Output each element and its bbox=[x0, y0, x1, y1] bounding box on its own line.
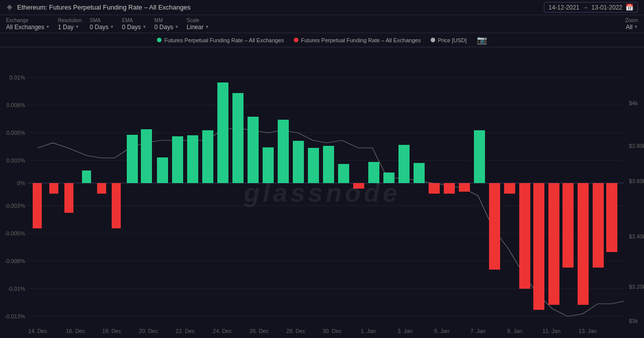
svg-rect-49 bbox=[353, 183, 364, 189]
svg-text:0%: 0% bbox=[17, 180, 25, 186]
svg-rect-50 bbox=[368, 162, 379, 183]
sma-control: SMA 0 Days ▼ bbox=[90, 18, 114, 31]
svg-text:28. Dec: 28. Dec bbox=[286, 328, 305, 334]
svg-rect-32 bbox=[97, 183, 106, 194]
legend-item-red: Futures Perpetual Funding Rate – All Exc… bbox=[294, 37, 421, 43]
exchange-chevron: ▼ bbox=[46, 25, 50, 29]
svg-text:14. Dec: 14. Dec bbox=[28, 328, 47, 334]
svg-rect-38 bbox=[187, 135, 198, 183]
legend-label-price: Price [USD] bbox=[438, 37, 466, 43]
svg-text:$3.20k: $3.20k bbox=[629, 284, 644, 290]
svg-text:7. Jan: 7. Jan bbox=[470, 328, 486, 334]
svg-text:1. Jan: 1. Jan bbox=[361, 328, 376, 334]
exchange-select[interactable]: All Exchanges ▼ bbox=[6, 24, 50, 31]
eth-logo bbox=[6, 4, 13, 11]
ema-select[interactable]: 0 Days ▼ bbox=[122, 24, 146, 31]
svg-rect-41 bbox=[232, 93, 244, 183]
svg-rect-58 bbox=[489, 183, 500, 270]
svg-text:3. Jan: 3. Jan bbox=[397, 328, 413, 334]
zoom-select[interactable]: All ▼ bbox=[626, 24, 638, 31]
date-range[interactable]: 14-12-2021 → 13-01-2022 📅 bbox=[544, 2, 638, 13]
mm-control: MM 0 Days ▼ bbox=[154, 18, 179, 31]
title-row: Ethereum: Futures Perpetual Funding Rate… bbox=[6, 4, 191, 11]
zoom-label: Zoom bbox=[625, 18, 638, 23]
svg-text:11. Jan: 11. Jan bbox=[542, 328, 560, 334]
svg-rect-43 bbox=[263, 147, 274, 183]
sma-select[interactable]: 0 Days ▼ bbox=[90, 24, 114, 31]
svg-rect-39 bbox=[202, 130, 213, 183]
svg-text:-0.013%: -0.013% bbox=[5, 313, 25, 319]
ema-chevron: ▼ bbox=[142, 25, 146, 29]
svg-text:$3k: $3k bbox=[629, 318, 638, 324]
svg-rect-57 bbox=[474, 130, 485, 183]
svg-rect-28 bbox=[33, 183, 42, 228]
svg-rect-66 bbox=[606, 183, 617, 252]
legend-dot-price bbox=[431, 38, 435, 42]
scale-label: Scale bbox=[187, 18, 209, 23]
camera-icon[interactable]: 📷 bbox=[477, 35, 487, 45]
ema-control: EMA 0 Days ▼ bbox=[122, 18, 146, 31]
legend-dot-red bbox=[294, 38, 298, 42]
scale-select[interactable]: Linear ▼ bbox=[187, 24, 209, 31]
header-bar: Ethereum: Futures Perpetual Funding Rate… bbox=[0, 0, 644, 15]
resolution-chevron: ▼ bbox=[75, 25, 79, 29]
svg-text:22. Dec: 22. Dec bbox=[176, 328, 195, 334]
svg-rect-33 bbox=[112, 183, 121, 228]
calendar-icon[interactable]: 📅 bbox=[625, 4, 633, 11]
svg-rect-59 bbox=[504, 183, 515, 194]
svg-rect-36 bbox=[157, 157, 168, 183]
svg-rect-55 bbox=[444, 183, 455, 194]
svg-text:$3.60k: $3.60k bbox=[629, 178, 644, 184]
chart-title: Ethereum: Futures Perpetual Funding Rate… bbox=[17, 4, 191, 11]
legend-label-green: Futures Perpetual Funding Rate – All Exc… bbox=[164, 37, 284, 43]
resolution-select[interactable]: 1 Day ▼ bbox=[58, 24, 82, 31]
svg-rect-62 bbox=[548, 183, 559, 305]
svg-rect-44 bbox=[278, 120, 289, 183]
resolution-label: Resolution bbox=[58, 18, 82, 23]
svg-rect-61 bbox=[533, 183, 544, 310]
svg-rect-65 bbox=[593, 183, 604, 268]
svg-text:26. Dec: 26. Dec bbox=[250, 328, 269, 334]
scale-control: Scale Linear ▼ bbox=[187, 18, 209, 31]
svg-text:20. Dec: 20. Dec bbox=[139, 328, 158, 334]
svg-text:0.008%: 0.008% bbox=[7, 102, 26, 108]
svg-text:16. Dec: 16. Dec bbox=[66, 328, 85, 334]
mm-chevron: ▼ bbox=[175, 25, 179, 29]
svg-rect-31 bbox=[82, 171, 91, 183]
svg-text:0.003%: 0.003% bbox=[7, 157, 26, 163]
svg-rect-47 bbox=[323, 146, 334, 183]
svg-rect-30 bbox=[64, 183, 73, 213]
svg-text:5. Jan: 5. Jan bbox=[434, 328, 449, 334]
controls-bar: Exchange All Exchanges ▼ Resolution 1 Da… bbox=[0, 15, 644, 33]
mm-label: MM bbox=[154, 18, 179, 23]
mm-select[interactable]: 0 Days ▼ bbox=[154, 24, 179, 31]
sma-label: SMA bbox=[90, 18, 114, 23]
svg-text:$3.40k: $3.40k bbox=[629, 233, 644, 239]
svg-rect-52 bbox=[398, 145, 410, 183]
svg-text:9. Jan: 9. Jan bbox=[507, 328, 522, 334]
svg-text:-0.003%: -0.003% bbox=[5, 203, 25, 209]
svg-text:30. Dec: 30. Dec bbox=[323, 328, 342, 334]
svg-rect-46 bbox=[308, 148, 319, 183]
exchange-control: Exchange All Exchanges ▼ bbox=[6, 18, 50, 31]
svg-rect-64 bbox=[578, 183, 589, 305]
svg-text:-0.005%: -0.005% bbox=[5, 230, 25, 236]
scale-chevron: ▼ bbox=[205, 25, 209, 29]
svg-rect-48 bbox=[338, 164, 349, 183]
svg-text:0.005%: 0.005% bbox=[7, 130, 26, 136]
svg-rect-45 bbox=[293, 141, 304, 183]
svg-text:-0.008%: -0.008% bbox=[5, 258, 25, 264]
svg-rect-60 bbox=[519, 183, 530, 289]
svg-text:$4k: $4k bbox=[629, 100, 638, 106]
svg-rect-63 bbox=[562, 183, 574, 268]
legend-bar: Futures Perpetual Funding Rate – All Exc… bbox=[0, 33, 644, 47]
svg-text:18. Dec: 18. Dec bbox=[102, 328, 121, 334]
svg-rect-53 bbox=[414, 163, 425, 183]
svg-text:24. Dec: 24. Dec bbox=[213, 328, 232, 334]
legend-label-red: Futures Perpetual Funding Rate – All Exc… bbox=[301, 37, 421, 43]
svg-text:-0.01%: -0.01% bbox=[8, 286, 25, 292]
chart-svg: 0.01% 0.008% 0.005% 0.003% 0% -0.003% -0… bbox=[0, 47, 644, 338]
svg-rect-42 bbox=[248, 117, 259, 183]
zoom-chevron: ▼ bbox=[634, 25, 638, 29]
date-arrow: → bbox=[583, 4, 589, 11]
